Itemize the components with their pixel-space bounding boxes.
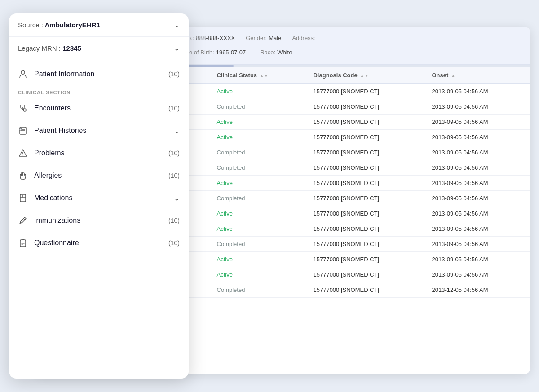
allergies-count: (10) [168, 172, 180, 179]
patient-information-label: Patient Information [34, 70, 94, 78]
sidebar-item-questionnaire[interactable]: Questionnaire (10) [9, 232, 189, 254]
patient-histories-label: Patient Histories [34, 127, 87, 135]
cell-clinical-status: Active [212, 206, 308, 221]
hand-icon [18, 171, 28, 181]
syringe-icon [18, 216, 28, 225]
cell-onset: 2013-09-05 04:56 AM [426, 221, 530, 237]
col-onset[interactable]: Onset ▲ [426, 67, 530, 84]
cell-clinical-status: Completed [212, 99, 308, 115]
cell-onset: 2013-09-05 04:56 AM [426, 252, 530, 267]
sidebar: Source : AmbulatoryEHR1 ⌄ Legacy MRN : 1… [9, 13, 189, 379]
cell-diagnosis-code: 15777000 [SNOMED CT] [308, 130, 426, 145]
questionnaire-label: Questionnaire [34, 239, 79, 247]
sidebar-item-immunizations[interactable]: Immunizations (10) [9, 209, 189, 232]
immunizations-label: Immunizations [34, 216, 80, 225]
cell-diagnosis-code: 15777000 [SNOMED CT] [308, 84, 426, 99]
svg-line-12 [23, 218, 25, 220]
cell-diagnosis-code: 15777000 [SNOMED CT] [308, 237, 426, 252]
svg-point-0 [21, 70, 25, 74]
immunizations-count: (10) [168, 217, 180, 224]
cell-clinical-status: Active [212, 267, 308, 282]
legacy-label: Legacy MRN : 12345 [18, 44, 81, 52]
cell-clinical-status: Active [212, 115, 308, 130]
problems-label: Problems [34, 149, 65, 157]
col-diagnosis-code[interactable]: Diagnosis Code ▲▼ [308, 67, 426, 84]
cell-onset: 2013-09-05 04:56 AM [426, 115, 530, 130]
cell-clinical-status: Completed [212, 160, 308, 176]
person-icon [18, 69, 28, 79]
medications-label: Medications [34, 194, 72, 202]
cell-onset: 2013-09-05 04:56 AM [426, 206, 530, 221]
cell-onset: 2013-09-05 04:56 AM [426, 267, 530, 282]
clinical-section-label: CLINICAL SECTION [9, 85, 189, 97]
legacy-mrn-dropdown[interactable]: Legacy MRN : 12345 ⌄ [9, 37, 189, 60]
sidebar-item-patient-histories[interactable]: Patient Histories ⌄ [9, 119, 189, 142]
source-chevron-icon: ⌄ [174, 21, 180, 29]
stethoscope-icon [18, 103, 28, 113]
cell-clinical-status: Completed [212, 145, 308, 160]
sidebar-item-patient-information[interactable]: Patient Information (10) [9, 63, 189, 85]
race-field: Race:White [260, 49, 292, 56]
warning-icon [18, 148, 28, 158]
encounters-count: (10) [168, 105, 180, 112]
cell-clinical-status: Active [212, 130, 308, 145]
svg-rect-6 [19, 128, 22, 130]
svg-line-13 [20, 222, 21, 224]
cell-clinical-status: Completed [212, 237, 308, 252]
cell-onset: 2013-09-05 04:56 AM [426, 191, 530, 206]
patient-information-count: (10) [168, 70, 180, 78]
cell-onset: 2013-12-05 04:56 AM [426, 282, 530, 298]
cell-diagnosis-code: 15777000 [SNOMED CT] [308, 221, 426, 237]
cell-diagnosis-code: 15777000 [SNOMED CT] [308, 252, 426, 267]
cell-clinical-status: Active [212, 84, 308, 99]
cell-diagnosis-code: 15777000 [SNOMED CT] [308, 145, 426, 160]
col-clinical-status[interactable]: Clinical Status ▲▼ [212, 67, 308, 84]
cell-clinical-status: Completed [212, 282, 308, 298]
cell-clinical-status: Active [212, 252, 308, 267]
history-icon [18, 126, 28, 136]
svg-point-1 [23, 109, 26, 111]
cell-onset: 2013-09-05 04:56 AM [426, 99, 530, 115]
allergies-label: Allergies [34, 172, 62, 180]
cell-diagnosis-code: 15777000 [SNOMED CT] [308, 206, 426, 221]
cell-diagnosis-code: 15777000 [SNOMED CT] [308, 99, 426, 115]
encounters-label: Encounters [34, 104, 71, 112]
cell-diagnosis-code: 15777000 [SNOMED CT] [308, 115, 426, 130]
address-field: Address: [292, 35, 315, 41]
problems-count: (10) [168, 150, 180, 157]
svg-point-8 [22, 155, 23, 156]
cell-onset: 2013-09-05 04:56 AM [426, 84, 530, 99]
cell-onset: 2013-09-05 04:56 AM [426, 237, 530, 252]
source-dropdown[interactable]: Source : AmbulatoryEHR1 ⌄ [9, 13, 189, 37]
cell-diagnosis-code: 15777000 [SNOMED CT] [308, 191, 426, 206]
clipboard-icon [18, 238, 28, 248]
questionnaire-count: (10) [168, 239, 180, 247]
cell-diagnosis-code: 15777000 [SNOMED CT] [308, 267, 426, 282]
cell-diagnosis-code: 15777000 [SNOMED CT] [308, 176, 426, 191]
source-label: Source : AmbulatoryEHR1 [18, 21, 100, 29]
cell-clinical-status: Active [212, 221, 308, 237]
sidebar-item-encounters[interactable]: Encounters (10) [9, 97, 189, 119]
dob-field: Date of Birth:1965-07-07 [180, 49, 246, 56]
patient-histories-chevron-icon: ⌄ [174, 127, 180, 135]
cell-onset: 2013-09-05 04:56 AM [426, 160, 530, 176]
cell-diagnosis-code: 15777000 [SNOMED CT] [308, 282, 426, 298]
legacy-chevron-icon: ⌄ [174, 44, 180, 53]
sidebar-item-medications[interactable]: Medications ⌄ [9, 187, 189, 209]
pill-icon [18, 193, 28, 203]
cell-onset: 2013-09-05 04:56 AM [426, 145, 530, 160]
medications-chevron-icon: ⌄ [174, 194, 180, 203]
sidebar-item-problems[interactable]: Problems (10) [9, 142, 189, 164]
cell-clinical-status: Completed [212, 191, 308, 206]
cell-onset: 2013-09-05 04:56 AM [426, 130, 530, 145]
sidebar-item-allergies[interactable]: Allergies (10) [9, 164, 189, 187]
cell-onset: 2013-09-05 04:56 AM [426, 176, 530, 191]
cell-diagnosis-code: 15777000 [SNOMED CT] [308, 160, 426, 176]
cell-clinical-status: Active [212, 176, 308, 191]
gender-field: Gender:Male [246, 35, 281, 41]
